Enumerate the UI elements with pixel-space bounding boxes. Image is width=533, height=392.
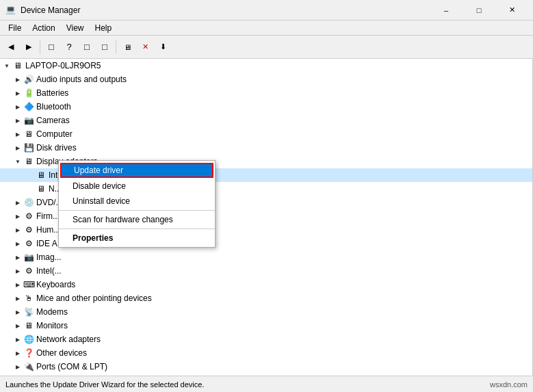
item-label: Cameras bbox=[36, 116, 70, 125]
modem-icon: 📡 bbox=[23, 306, 34, 317]
other-icon: ❓ bbox=[23, 348, 34, 358]
firmware-icon: ⚙ bbox=[23, 211, 34, 222]
list-item[interactable]: ▶ 💾 Disk drives bbox=[0, 141, 532, 155]
list-item[interactable]: ▶ 🖨 Print queues bbox=[0, 374, 532, 376]
root-expand-icon: ▼ bbox=[1, 60, 12, 71]
list-item[interactable]: ▶ 🔷 Bluetooth bbox=[0, 100, 532, 114]
item-label: Ports (COM & LPT) bbox=[36, 362, 107, 371]
expand-icon: ▶ bbox=[12, 348, 23, 358]
list-item[interactable]: ▶ 📷 Imag... bbox=[0, 250, 532, 264]
list-item[interactable]: ▶ 🔌 Ports (COM & LPT) bbox=[0, 360, 532, 374]
ctx-properties[interactable]: Properties bbox=[59, 231, 215, 246]
item-label: Network adapters bbox=[36, 335, 101, 344]
hid-icon: ⚙ bbox=[23, 224, 34, 235]
list-item[interactable]: ▶ 🖥 Monitors bbox=[0, 319, 532, 332]
item-label: Firm... bbox=[36, 211, 60, 221]
status-right: wsxdn.com bbox=[490, 380, 528, 389]
menu-view[interactable]: View bbox=[61, 22, 90, 34]
ports-icon: 🔌 bbox=[23, 361, 34, 372]
expand-icon: ▶ bbox=[12, 293, 23, 304]
monitors-icon: 🖥 bbox=[23, 320, 34, 331]
list-item[interactable]: ▶ 📷 Cameras bbox=[0, 114, 532, 127]
tb-forward[interactable]: ▶ bbox=[21, 39, 37, 55]
list-item[interactable]: ▶ ❓ Other devices bbox=[0, 346, 532, 360]
ctx-uninstall-device[interactable]: Uninstall device bbox=[59, 194, 215, 209]
mouse-icon: 🖱 bbox=[23, 293, 34, 304]
list-item[interactable]: ▶ 🔋 Batteries bbox=[0, 86, 532, 100]
item-label: Modems bbox=[36, 307, 68, 317]
expand-icon: ▶ bbox=[12, 279, 23, 290]
list-item[interactable]: ▶ ⌨ Keyboards bbox=[0, 278, 532, 291]
status-bar: Launches the Update Driver Wizard for th… bbox=[0, 376, 533, 392]
list-item[interactable]: ▶ 🖥 Computer bbox=[0, 127, 532, 141]
ide-icon: ⚙ bbox=[23, 238, 34, 249]
expand-icon: ▶ bbox=[12, 115, 23, 126]
tb-update[interactable]: ? bbox=[61, 39, 77, 55]
ctx-update-driver[interactable]: Update driver bbox=[60, 163, 213, 178]
window-controls: – □ ✕ bbox=[430, 1, 528, 20]
close-button[interactable]: ✕ bbox=[496, 1, 528, 20]
print-icon: 🖨 bbox=[23, 375, 34, 376]
list-item[interactable]: ▶ 📡 Modems bbox=[0, 305, 532, 319]
list-item[interactable]: ▶ 🌐 Network adapters bbox=[0, 332, 532, 346]
item-label: Mice and other pointing devices bbox=[36, 293, 152, 303]
network-icon: 🌐 bbox=[23, 334, 34, 345]
status-text: Launches the Update Driver Wizard for th… bbox=[5, 380, 204, 389]
expand-icon: ▶ bbox=[12, 211, 23, 222]
tb-download[interactable]: ⬇ bbox=[155, 39, 171, 55]
item-label: Bluetooth bbox=[36, 102, 71, 112]
context-menu: Update driver Disable device Uninstall d… bbox=[58, 160, 216, 248]
ctx-scan-hardware[interactable]: Scan for hardware changes bbox=[59, 212, 215, 227]
maximize-button[interactable]: □ bbox=[463, 1, 495, 20]
camera-icon: 📷 bbox=[23, 115, 34, 126]
intel-icon: ⚙ bbox=[23, 265, 34, 276]
tb-uninstall[interactable]: ✕ bbox=[137, 39, 153, 55]
item-label: Disk drives bbox=[36, 143, 77, 153]
expand-icon: ▶ bbox=[12, 334, 23, 345]
expand-icon bbox=[25, 170, 36, 181]
tb-sep2 bbox=[116, 40, 116, 54]
title-bar: 💻 Device Manager – □ ✕ bbox=[0, 0, 533, 21]
expand-icon: ▶ bbox=[12, 129, 23, 140]
tb-scan[interactable]: □ bbox=[79, 39, 95, 55]
audio-icon: 🔊 bbox=[23, 74, 34, 85]
ctx-sep1 bbox=[59, 210, 215, 211]
menu-action[interactable]: Action bbox=[27, 22, 60, 34]
menu-help[interactable]: Help bbox=[90, 22, 118, 34]
battery-icon: 🔋 bbox=[23, 88, 34, 99]
main-area: ▼ 🖥 LAPTOP-0LJR9OR5 ▶ 🔊 Audio inputs and… bbox=[0, 59, 533, 376]
list-item[interactable]: ▶ 🖱 Mice and other pointing devices bbox=[0, 291, 532, 305]
list-item[interactable]: ▶ 🔊 Audio inputs and outputs bbox=[0, 73, 532, 86]
dvd-icon: 💿 bbox=[23, 197, 34, 208]
menu-file[interactable]: File bbox=[3, 22, 27, 34]
item-label: Batteries bbox=[36, 88, 68, 98]
ctx-disable-device[interactable]: Disable device bbox=[59, 179, 215, 194]
list-item[interactable]: ▶ ⚙ Intel(... bbox=[0, 264, 532, 278]
imaging-icon: 📷 bbox=[23, 252, 34, 263]
keyboard-icon: ⌨ bbox=[23, 279, 34, 290]
tb-properties[interactable]: □ bbox=[43, 39, 60, 55]
tree-root[interactable]: ▼ 🖥 LAPTOP-0LJR9OR5 bbox=[0, 59, 532, 73]
expand-icon: ▶ bbox=[12, 265, 23, 276]
expand-icon: ▶ bbox=[12, 224, 23, 235]
display-icon: 🖥 bbox=[23, 156, 34, 167]
disk-icon: 💾 bbox=[23, 142, 34, 153]
computer-icon: 🖥 bbox=[23, 129, 34, 140]
tb-back[interactable]: ◀ bbox=[3, 39, 19, 55]
expand-icon: ▶ bbox=[12, 361, 23, 372]
expand-icon: ▶ bbox=[12, 88, 23, 99]
item-label: Audio inputs and outputs bbox=[36, 75, 127, 84]
item-label: Computer bbox=[36, 129, 73, 139]
item-label: Monitors bbox=[36, 321, 68, 330]
minimize-button[interactable]: – bbox=[430, 1, 462, 20]
menu-bar: File Action View Help bbox=[0, 21, 533, 36]
tb-add[interactable]: □ bbox=[96, 39, 113, 55]
app-title: Device Manager bbox=[21, 5, 80, 15]
toolbar: ◀ ▶ □ ? □ □ 🖥 ✕ ⬇ bbox=[0, 36, 533, 59]
expand-icon: ▶ bbox=[12, 252, 23, 263]
expand-icon bbox=[25, 183, 36, 194]
ctx-sep2 bbox=[59, 228, 215, 229]
gpu2-icon: 🖥 bbox=[36, 183, 47, 194]
tb-monitor[interactable]: 🖥 bbox=[119, 39, 135, 55]
tree-panel[interactable]: ▼ 🖥 LAPTOP-0LJR9OR5 ▶ 🔊 Audio inputs and… bbox=[0, 59, 533, 376]
